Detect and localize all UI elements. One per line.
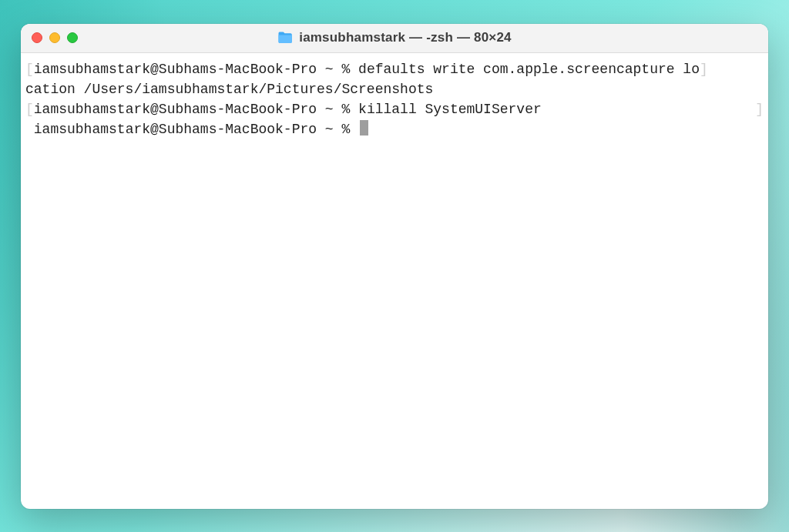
zoom-button[interactable] (67, 32, 78, 43)
prompt-close-bracket: ] (700, 62, 708, 77)
window-titlebar[interactable]: iamsubhamstark — -zsh — 80×24 (21, 24, 768, 53)
shell-command-continuation: cation /Users/iamsubhamstark/Pictures/Sc… (25, 82, 433, 97)
prompt-close-bracket: ] (755, 99, 764, 119)
traffic-lights (32, 32, 78, 43)
prompt-open-bracket: [ (25, 62, 34, 77)
terminal-line: cation /Users/iamsubhamstark/Pictures/Sc… (25, 79, 764, 99)
shell-prompt: iamsubhamstark@Subhams-MacBook-Pro ~ % (34, 122, 358, 137)
terminal-line: [iamsubhamstark@Subhams-MacBook-Pro ~ % … (25, 99, 764, 119)
cursor-icon (360, 120, 368, 136)
shell-command: defaults write com.apple.screencapture l… (358, 62, 700, 77)
terminal-body[interactable]: [iamsubhamstark@Subhams-MacBook-Pro ~ % … (21, 53, 768, 509)
shell-command: killall SystemUIServer (358, 102, 542, 117)
title-center: iamsubhamstark — -zsh — 80×24 (21, 30, 768, 45)
terminal-line: [iamsubhamstark@Subhams-MacBook-Pro ~ % … (25, 59, 764, 79)
terminal-line: iamsubhamstark@Subhams-MacBook-Pro ~ % (25, 119, 764, 139)
folder-icon (277, 32, 293, 44)
shell-prompt: iamsubhamstark@Subhams-MacBook-Pro ~ % (34, 102, 358, 117)
shell-prompt: iamsubhamstark@Subhams-MacBook-Pro ~ % (34, 62, 358, 77)
terminal-window: iamsubhamstark — -zsh — 80×24 [iamsubham… (21, 24, 768, 509)
minimize-button[interactable] (49, 32, 60, 43)
window-title: iamsubhamstark — -zsh — 80×24 (299, 30, 512, 45)
prompt-open-bracket: [ (25, 102, 34, 117)
close-button[interactable] (32, 32, 42, 43)
